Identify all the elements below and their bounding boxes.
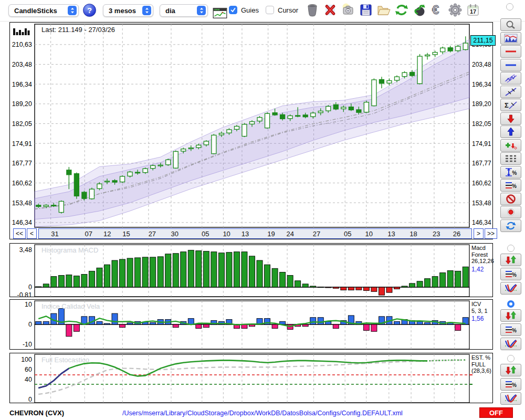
date-label: 15 [122,230,130,238]
svg-text:174,91: 174,91 [472,140,491,148]
revert-button[interactable] [412,2,427,18]
buy-arrow-tool-button[interactable] [500,125,521,138]
macd-curves-button[interactable] [500,282,521,295]
stochastic-side-controls: % [497,355,525,405]
scroll-last-button[interactable]: >> [485,228,497,239]
svg-text:0: 0 [28,321,32,328]
svg-text:203,48: 203,48 [12,61,32,68]
toolbar-icons: €17 [304,2,481,18]
stochastic-curves-button[interactable] [500,392,521,405]
status-bar: CHEVRON (CVX) /Users/mserra/Library/Clou… [0,405,525,420]
sum-trendline-tool-button[interactable]: Σ [500,99,521,111]
checkbox-label: Guies [241,6,259,14]
period-select[interactable]: 3 mesos [103,4,153,17]
cursor-checkbox[interactable]: Cursor [266,6,298,14]
date-label: 18 [410,230,417,238]
svg-text:40: 40 [25,376,32,383]
record-tool-button[interactable] [500,206,521,218]
refresh-button[interactable] [394,2,410,18]
chart-type-select[interactable]: CandleSticks [8,4,79,17]
off-toggle-badge[interactable]: OFF [479,407,513,418]
sell-arrow-tool-button[interactable] [500,112,521,125]
icv-levels-button[interactable]: % [500,323,521,336]
drawing-tools-sidebar: Σ%% [497,18,525,232]
icv-signals-button[interactable] [500,309,521,322]
date-label: 23 [433,230,440,238]
delete-button[interactable] [322,2,338,18]
sync-tool-button[interactable] [500,219,521,232]
settings-button[interactable] [447,2,463,18]
svg-text:196,34: 196,34 [472,81,491,88]
macd-value: 1,42 [471,266,494,273]
svg-text:€: € [432,3,439,17]
toolbar: CandleSticks ? 3 mesos dia Guies Cursor [0,0,525,22]
date-label: 10 [365,230,372,238]
last-price-label: Last: 211.149 - 27/03/26 [41,26,115,34]
measure-percent-tool-button[interactable]: % [500,166,521,178]
stochastic-signals-button[interactable] [500,364,521,376]
checkbox-box [266,6,274,14]
stochastic-radio[interactable] [507,355,514,362]
macd-radio[interactable] [507,245,514,252]
icv-curves-button[interactable] [500,338,521,350]
stochastic-params-label: EST. % FULL (28,3,6) [471,354,491,374]
svg-text:182,05: 182,05 [472,120,491,128]
currency-button[interactable]: € [429,2,445,18]
red-hline-tool-button[interactable] [500,45,521,58]
svg-text:189,20: 189,20 [12,100,32,108]
scroll-first-button[interactable]: << [13,228,26,239]
svg-text:160,62: 160,62 [12,180,32,187]
date-label: 26 [453,230,460,238]
icv-side-controls: % [497,300,525,350]
date-label: 05 [344,230,351,238]
indicator-panel-tool-button[interactable] [500,32,521,45]
guies-checkbox[interactable]: Guies [229,6,259,14]
save-button[interactable] [358,2,374,18]
add-signal-tool-button[interactable] [500,139,521,152]
interval-value: dia [165,7,175,15]
svg-text:160,62: 160,62 [472,180,491,187]
mini-chart-button[interactable] [212,5,228,21]
main-chart-radio[interactable] [506,3,513,10]
macd-levels-button[interactable]: % [500,268,521,280]
svg-text:203,48: 203,48 [472,61,491,68]
help-button[interactable]: ? [83,4,96,17]
main-chart-panel: 210,63210,63203,48203,48196,34196,34189,… [9,22,493,239]
svg-text:0: 0 [28,396,32,403]
icv-value: 1,56 [471,316,488,322]
channel-tool-button[interactable] [500,72,521,85]
snapshot-button[interactable] [340,2,356,18]
blue-hline-tool-button[interactable] [500,59,521,71]
svg-text:153,48: 153,48 [472,200,491,207]
macd-signals-button[interactable] [500,254,521,266]
date-label: 30 [171,230,178,238]
stochastic-title: Full Estocastico [41,356,89,364]
stochastic-levels-button[interactable]: % [500,378,521,391]
open-button[interactable] [376,2,392,18]
svg-text:146,34: 146,34 [12,219,32,226]
candlestick-plot[interactable]: 210,63210,63203,48203,48196,34196,34189,… [10,23,492,239]
calendar-button[interactable]: 17 [465,2,481,18]
date-label: 27 [313,230,320,238]
icv-radio[interactable] [507,300,514,308]
app-window: CandleSticks ? 3 mesos dia Guies Cursor [0,0,525,420]
select-stepper-icon [68,6,77,15]
date-axis-bar[interactable]: 310712152730051013192427051013182326 [38,228,472,239]
scroll-next-button[interactable]: > [474,228,484,239]
svg-text:Σ: Σ [505,101,509,109]
svg-text:189,20: 189,20 [472,100,491,108]
disable-tool-button[interactable] [500,193,521,205]
interval-select[interactable]: dia [160,4,208,17]
dashed-levels-tool-button[interactable] [500,152,521,165]
svg-text:167,77: 167,77 [12,160,32,167]
trash-button[interactable] [304,2,320,18]
zoom-tool-button[interactable] [500,18,521,31]
svg-text:17: 17 [470,8,476,15]
svg-text:%: % [512,382,517,388]
svg-text:%: % [512,183,517,189]
scroll-prev-button[interactable]: < [27,228,37,239]
trendline-tool-button[interactable] [500,86,521,98]
config-path-label: /Users/mserra/Library/CloudStorage/Dropb… [63,410,462,417]
levels-percent-tool-button[interactable]: % [500,179,521,192]
svg-text:196,34: 196,34 [12,81,32,88]
